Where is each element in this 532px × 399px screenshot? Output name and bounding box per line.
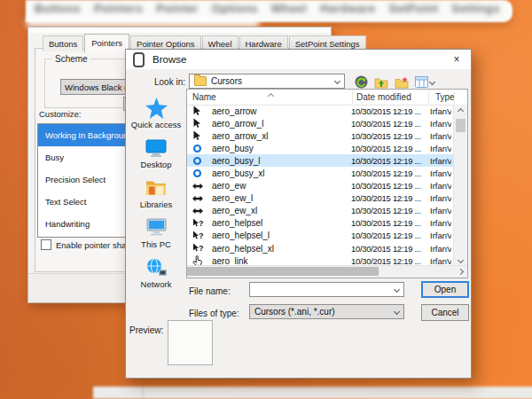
file-row-aero-helpsel-xl[interactable]: ?aero_helpsel_xl10/30/2015 12:19 ...Irfa… bbox=[187, 242, 454, 254]
places-sidebar: Quick accessDesktopLibrariesThis PCNetwo… bbox=[128, 96, 184, 295]
file-name-cell: aero_ew_l bbox=[212, 193, 351, 203]
tab-buttons[interactable]: Buttons bbox=[43, 35, 83, 51]
network-icon bbox=[145, 255, 168, 279]
cursor-arrow-icon bbox=[192, 130, 204, 141]
column-divider[interactable] bbox=[428, 90, 429, 104]
look-in-dropdown[interactable]: Cursors bbox=[189, 74, 345, 89]
file-type-cell: IrfanVi bbox=[430, 144, 451, 153]
file-date-cell: 10/30/2015 12:19 ... bbox=[351, 206, 428, 215]
file-name-cell: aero_helpsel_l bbox=[212, 231, 351, 240]
file-type-cell: IrfanVi bbox=[430, 156, 451, 166]
file-date-cell: 10/30/2015 12:19 ... bbox=[351, 106, 428, 116]
blurred-background-bottom-strip bbox=[93, 387, 532, 399]
chevron-down-icon bbox=[429, 79, 435, 85]
column-header-name[interactable]: Name bbox=[192, 92, 216, 102]
svg-text:?: ? bbox=[199, 219, 204, 228]
tab-pointers[interactable]: Pointers bbox=[84, 34, 129, 52]
scroll-down-icon[interactable] bbox=[454, 254, 467, 266]
files-of-type-dropdown[interactable]: Cursors (*.ani, *.cur) bbox=[249, 304, 404, 319]
create-new-folder-icon[interactable] bbox=[395, 76, 409, 89]
file-list-header: Name Date modified Type bbox=[187, 90, 467, 106]
horizontal-scrollbar[interactable] bbox=[187, 265, 454, 278]
sidebar-item-quick-access[interactable]: Quick access bbox=[128, 96, 184, 136]
customize-label: Customize: bbox=[39, 109, 82, 119]
file-row-aero-ew-xl[interactable]: aero_ew_xl10/30/2015 12:19 ...IrfanVi bbox=[187, 205, 454, 217]
open-button[interactable]: Open bbox=[421, 281, 469, 298]
file-row-aero-helpsel-l[interactable]: ?aero_helpsel_l10/30/2015 12:19 ...Irfan… bbox=[187, 230, 454, 242]
scroll-right-icon[interactable] bbox=[454, 265, 467, 278]
file-name-cell: aero_arrow_l bbox=[212, 119, 351, 129]
file-date-cell: 10/30/2015 12:19 ... bbox=[351, 119, 428, 129]
sidebar-item-libraries[interactable]: Libraries bbox=[128, 176, 184, 215]
file-name-cell: aero_helpsel_xl bbox=[212, 244, 351, 254]
file-date-cell: 10/30/2015 12:19 ... bbox=[351, 156, 428, 166]
scroll-up-icon[interactable] bbox=[454, 105, 467, 117]
chevron-down-icon bbox=[394, 309, 400, 315]
file-type-cell: IrfanVi bbox=[430, 218, 451, 228]
column-header-type[interactable]: Type bbox=[435, 92, 455, 102]
sidebar-item-network[interactable]: Network bbox=[128, 255, 184, 295]
file-row-aero-arrow[interactable]: aero_arrow10/30/2015 12:19 ...IrfanVi bbox=[187, 105, 454, 117]
file-name-cell: aero_busy bbox=[212, 144, 351, 153]
file-type-cell: IrfanVi bbox=[430, 106, 451, 116]
column-header-date-modified[interactable]: Date modified bbox=[356, 92, 411, 102]
busy-ring-icon bbox=[192, 168, 204, 178]
vertical-scroll-thumb[interactable] bbox=[456, 119, 466, 132]
sidebar-item-this-pc[interactable]: This PC bbox=[128, 215, 184, 255]
chevron-down-icon bbox=[334, 78, 340, 84]
file-row-aero-busy[interactable]: aero_busy10/30/2015 12:19 ...IrfanVi bbox=[187, 142, 454, 154]
cancel-button[interactable]: Cancel bbox=[421, 304, 469, 321]
blurred-strip-divider bbox=[142, 387, 144, 399]
horizontal-scroll-thumb[interactable] bbox=[187, 267, 379, 276]
file-row-aero-ew-l[interactable]: aero_ew_l10/30/2015 12:19 ...IrfanVi bbox=[187, 192, 454, 205]
cursor-arrow-icon bbox=[192, 118, 204, 129]
view-menu-icon[interactable] bbox=[415, 76, 434, 88]
column-divider[interactable] bbox=[454, 90, 455, 104]
files-of-type-label: Files of type: bbox=[189, 309, 239, 318]
desktop-icon bbox=[145, 136, 167, 160]
file-type-cell: IrfanVi bbox=[430, 206, 451, 215]
browse-titlebar[interactable]: Browse × bbox=[126, 50, 471, 69]
close-button[interactable]: × bbox=[442, 50, 471, 69]
file-name-label: File name: bbox=[189, 286, 231, 296]
libraries-icon bbox=[145, 176, 167, 200]
files-of-type-value: Cursors (*.ani, *.cur) bbox=[254, 307, 335, 317]
browse-dialog: Browse × Look in: Cursors Quick accessDe… bbox=[125, 49, 472, 379]
file-type-cell: IrfanVi bbox=[430, 131, 451, 141]
file-name-cell: aero_busy_xl bbox=[212, 168, 351, 178]
last-folder-visited-icon[interactable] bbox=[355, 75, 368, 89]
file-date-cell: 10/30/2015 12:19 ... bbox=[351, 181, 428, 191]
folder-icon bbox=[194, 76, 207, 86]
file-row-aero-busy-l[interactable]: aero_busy_l10/30/2015 12:19 ...IrfanVi bbox=[187, 154, 454, 167]
resize-ew-icon bbox=[192, 194, 204, 203]
file-name-cell: aero_arrow bbox=[212, 106, 351, 116]
file-list-panel: Name Date modified Type aero_arrow10/30/… bbox=[186, 89, 468, 278]
file-row-aero-ew[interactable]: aero_ew10/30/2015 12:19 ...IrfanVi bbox=[187, 180, 454, 192]
file-row-aero-busy-xl[interactable]: aero_busy_xl10/30/2015 12:19 ...IrfanVi bbox=[187, 167, 454, 179]
preview-box bbox=[168, 320, 213, 365]
file-row-aero-arrow-l[interactable]: aero_arrow_l10/30/2015 12:19 ...IrfanVi bbox=[187, 117, 454, 129]
file-name-cell: aero_arrow_xl bbox=[212, 131, 351, 141]
preview-label: Preview: bbox=[129, 325, 163, 335]
quick-access-star-icon bbox=[145, 96, 168, 120]
file-type-cell: IrfanVi bbox=[430, 231, 451, 240]
help-select-icon: ? bbox=[192, 231, 204, 241]
busy-ring-icon bbox=[192, 156, 204, 166]
column-divider[interactable] bbox=[352, 90, 353, 104]
svg-text:?: ? bbox=[199, 244, 204, 253]
sort-ascending-icon bbox=[268, 93, 274, 99]
chevron-down-icon bbox=[394, 286, 400, 293]
file-name-cell: aero_ew bbox=[212, 181, 351, 191]
up-one-level-icon[interactable] bbox=[374, 76, 388, 89]
blurred-tab-caption: Buttons Pointers Pointer Options Wheel H… bbox=[35, 2, 500, 15]
file-date-cell: 10/30/2015 12:19 ... bbox=[351, 193, 428, 203]
vertical-scrollbar[interactable] bbox=[453, 105, 467, 266]
sidebar-item-desktop[interactable]: Desktop bbox=[128, 136, 184, 176]
browse-toolbar bbox=[355, 75, 434, 89]
svg-text:?: ? bbox=[199, 231, 204, 240]
file-name-input[interactable] bbox=[249, 282, 404, 297]
file-row-aero-helpsel[interactable]: ?aero_helpsel10/30/2015 12:19 ...IrfanVi bbox=[187, 217, 454, 230]
cursor-arrow-icon bbox=[192, 106, 204, 116]
pointer-shadow-checkbox[interactable] bbox=[41, 239, 51, 250]
file-row-aero-arrow-xl[interactable]: aero_arrow_xl10/30/2015 12:19 ...IrfanVi bbox=[187, 129, 454, 142]
